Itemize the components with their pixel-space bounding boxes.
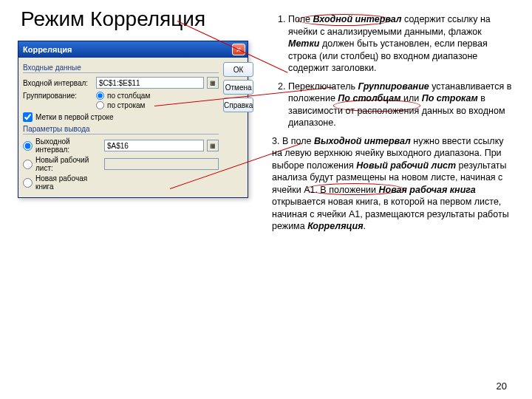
dialog-correlation: Корреляция × Входные данные Входной инте… [18,41,248,198]
radio-output-range-input[interactable] [23,141,33,151]
slide-number: 20 [497,381,507,392]
input-output-range[interactable] [104,140,204,151]
help-button[interactable]: Справка [223,98,253,112]
checkbox-labels-text: Метки в первой строке [35,113,114,121]
dialog-title: Корреляция [23,45,72,54]
radio-new-ws-input[interactable] [23,160,33,169]
section-title-output: Параметры вывода [23,125,219,134]
radio-new-wb-input[interactable] [23,178,33,188]
range-picker-output-icon[interactable]: ▦ [207,140,219,151]
explain-item-1: Поле Входной интервал содержит ссылку на… [288,13,513,75]
radio-by-columns[interactable]: по столбцам [96,92,150,100]
explanation-text: Поле Входной интервал содержит ссылку на… [272,13,513,233]
radio-new-worksheet[interactable]: Новый рабочий лист: [23,156,101,172]
explain-item-3: 3. В поле Выходной интервал нужно ввести… [272,135,513,233]
label-input-interval: Входной интервал: [23,79,93,87]
titlebar: Корреляция × [18,41,248,58]
close-icon[interactable]: × [232,44,245,55]
radio-output-range[interactable]: Выходной интервал: [23,137,101,154]
radio-output-range-text: Выходной интервал: [35,137,101,154]
checkbox-labels-input[interactable] [23,112,33,122]
radio-by-columns-input[interactable] [96,92,104,100]
label-grouping: Группирование: [23,92,93,100]
slide-title: Режим Корреляция [21,7,205,31]
radio-new-ws-text: Новый рабочий лист: [35,156,101,172]
ok-button[interactable]: ОК [223,62,253,77]
input-new-worksheet[interactable] [104,158,219,170]
radio-by-columns-label: по столбцам [107,92,150,100]
radio-new-wb-text: Новая рабочая книга [35,174,101,191]
checkbox-labels-first-row[interactable]: Метки в первой строке [23,112,219,122]
section-title-input: Входные данные [23,64,219,73]
range-picker-icon[interactable]: ▦ [207,77,219,89]
input-interval[interactable] [96,77,204,89]
explain-item-2: Переключатель Группирование устанавливае… [288,81,513,129]
radio-by-rows-input[interactable] [96,101,104,109]
cancel-button[interactable]: Отмена [223,80,253,95]
radio-by-rows-label: по строкам [107,101,146,109]
radio-new-workbook[interactable]: Новая рабочая книга [23,174,101,191]
radio-by-rows[interactable]: по строкам [96,101,150,109]
